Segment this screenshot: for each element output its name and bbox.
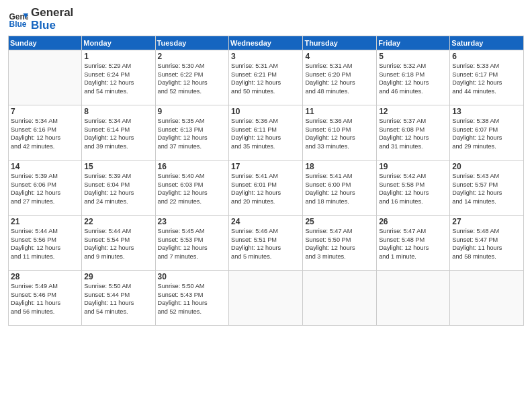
day-number: 17 — [231, 162, 300, 171]
weekday-monday: Monday — [82, 36, 155, 50]
day-number: 25 — [305, 217, 374, 226]
week-row-2: 7Sunrise: 5:34 AM Sunset: 6:16 PM Daylig… — [9, 105, 524, 161]
header: General Blue General Blue — [8, 7, 524, 32]
calendar-cell: 29Sunrise: 5:50 AM Sunset: 5:44 PM Dayli… — [82, 271, 155, 326]
day-number: 28 — [11, 272, 79, 281]
calendar-cell: 19Sunrise: 5:42 AM Sunset: 5:58 PM Dayli… — [377, 161, 450, 216]
day-number: 16 — [158, 162, 226, 171]
day-number: 4 — [305, 52, 374, 61]
calendar-cell: 16Sunrise: 5:40 AM Sunset: 6:03 PM Dayli… — [155, 161, 228, 216]
calendar-cell: 8Sunrise: 5:34 AM Sunset: 6:14 PM Daylig… — [82, 105, 155, 161]
calendar-table: SundayMondayTuesdayWednesdayThursdayFrid… — [8, 36, 524, 326]
day-number: 13 — [452, 107, 521, 116]
day-info: Sunrise: 5:47 AM Sunset: 5:48 PM Dayligh… — [379, 227, 447, 261]
calendar-cell: 17Sunrise: 5:41 AM Sunset: 6:01 PM Dayli… — [229, 161, 303, 216]
logo: General Blue General Blue — [8, 7, 73, 32]
day-info: Sunrise: 5:31 AM Sunset: 6:20 PM Dayligh… — [305, 62, 374, 95]
weekday-thursday: Thursday — [303, 36, 377, 50]
day-info: Sunrise: 5:34 AM Sunset: 6:14 PM Dayligh… — [84, 117, 152, 150]
calendar-cell: 21Sunrise: 5:44 AM Sunset: 5:56 PM Dayli… — [9, 216, 82, 271]
day-number: 9 — [158, 107, 226, 116]
day-info: Sunrise: 5:38 AM Sunset: 6:07 PM Dayligh… — [452, 117, 521, 150]
calendar-cell — [377, 271, 450, 326]
day-info: Sunrise: 5:50 AM Sunset: 5:43 PM Dayligh… — [158, 282, 226, 316]
day-info: Sunrise: 5:36 AM Sunset: 6:10 PM Dayligh… — [305, 117, 374, 150]
calendar-cell: 4Sunrise: 5:31 AM Sunset: 6:20 PM Daylig… — [303, 50, 377, 105]
calendar-cell: 26Sunrise: 5:47 AM Sunset: 5:48 PM Dayli… — [377, 216, 450, 271]
calendar-cell: 5Sunrise: 5:32 AM Sunset: 6:18 PM Daylig… — [377, 50, 450, 105]
calendar-cell: 6Sunrise: 5:33 AM Sunset: 6:17 PM Daylig… — [450, 50, 524, 105]
calendar-cell: 30Sunrise: 5:50 AM Sunset: 5:43 PM Dayli… — [155, 271, 228, 326]
calendar-cell: 27Sunrise: 5:48 AM Sunset: 5:47 PM Dayli… — [450, 216, 524, 271]
weekday-saturday: Saturday — [450, 36, 524, 50]
day-info: Sunrise: 5:34 AM Sunset: 6:16 PM Dayligh… — [11, 117, 79, 150]
day-number: 26 — [379, 217, 447, 226]
day-number: 19 — [379, 162, 447, 171]
day-info: Sunrise: 5:48 AM Sunset: 5:47 PM Dayligh… — [452, 227, 521, 261]
day-info: Sunrise: 5:44 AM Sunset: 5:56 PM Dayligh… — [11, 227, 79, 261]
day-info: Sunrise: 5:29 AM Sunset: 6:24 PM Dayligh… — [84, 62, 152, 95]
calendar-cell: 2Sunrise: 5:30 AM Sunset: 6:22 PM Daylig… — [155, 50, 228, 105]
day-number: 3 — [231, 52, 300, 61]
calendar-cell: 12Sunrise: 5:37 AM Sunset: 6:08 PM Dayli… — [377, 105, 450, 161]
day-info: Sunrise: 5:39 AM Sunset: 6:04 PM Dayligh… — [84, 172, 152, 205]
day-number: 22 — [84, 217, 152, 226]
logo-icon: General Blue — [8, 9, 28, 30]
calendar-cell: 18Sunrise: 5:41 AM Sunset: 6:00 PM Dayli… — [303, 161, 377, 216]
week-row-1: 1Sunrise: 5:29 AM Sunset: 6:24 PM Daylig… — [9, 50, 524, 105]
day-number: 11 — [305, 107, 374, 116]
weekday-tuesday: Tuesday — [155, 36, 228, 50]
day-info: Sunrise: 5:44 AM Sunset: 5:54 PM Dayligh… — [84, 227, 152, 261]
weekday-sunday: Sunday — [9, 36, 82, 50]
calendar-cell — [229, 271, 303, 326]
weekday-header-row: SundayMondayTuesdayWednesdayThursdayFrid… — [9, 36, 524, 50]
day-number: 2 — [158, 52, 226, 61]
day-info: Sunrise: 5:43 AM Sunset: 5:57 PM Dayligh… — [452, 172, 521, 205]
day-number: 18 — [305, 162, 374, 171]
day-number: 20 — [452, 162, 521, 171]
day-number: 14 — [11, 162, 79, 171]
day-info: Sunrise: 5:50 AM Sunset: 5:44 PM Dayligh… — [84, 282, 152, 316]
calendar-cell: 15Sunrise: 5:39 AM Sunset: 6:04 PM Dayli… — [82, 161, 155, 216]
calendar-page: General Blue General Blue SundayMondayTu… — [0, 0, 532, 411]
day-info: Sunrise: 5:32 AM Sunset: 6:18 PM Dayligh… — [379, 62, 447, 95]
calendar-cell: 14Sunrise: 5:39 AM Sunset: 6:06 PM Dayli… — [9, 161, 82, 216]
day-number: 15 — [84, 162, 152, 171]
calendar-cell: 28Sunrise: 5:49 AM Sunset: 5:46 PM Dayli… — [9, 271, 82, 326]
calendar-cell — [9, 50, 82, 105]
day-info: Sunrise: 5:39 AM Sunset: 6:06 PM Dayligh… — [11, 172, 79, 205]
calendar-cell: 23Sunrise: 5:45 AM Sunset: 5:53 PM Dayli… — [155, 216, 228, 271]
calendar-cell: 24Sunrise: 5:46 AM Sunset: 5:51 PM Dayli… — [229, 216, 303, 271]
day-info: Sunrise: 5:31 AM Sunset: 6:21 PM Dayligh… — [231, 62, 300, 95]
svg-text:Blue: Blue — [9, 19, 27, 29]
day-info: Sunrise: 5:40 AM Sunset: 6:03 PM Dayligh… — [158, 172, 226, 205]
day-number: 30 — [158, 272, 226, 281]
day-info: Sunrise: 5:41 AM Sunset: 6:00 PM Dayligh… — [305, 172, 374, 205]
day-info: Sunrise: 5:49 AM Sunset: 5:46 PM Dayligh… — [11, 282, 79, 316]
day-number: 21 — [11, 217, 79, 226]
calendar-cell: 9Sunrise: 5:35 AM Sunset: 6:13 PM Daylig… — [155, 105, 228, 161]
day-number: 6 — [452, 52, 521, 61]
day-number: 8 — [84, 107, 152, 116]
day-number: 24 — [231, 217, 300, 226]
calendar-cell: 10Sunrise: 5:36 AM Sunset: 6:11 PM Dayli… — [229, 105, 303, 161]
weekday-wednesday: Wednesday — [229, 36, 303, 50]
weekday-friday: Friday — [377, 36, 450, 50]
day-info: Sunrise: 5:36 AM Sunset: 6:11 PM Dayligh… — [231, 117, 300, 150]
calendar-cell: 1Sunrise: 5:29 AM Sunset: 6:24 PM Daylig… — [82, 50, 155, 105]
day-info: Sunrise: 5:33 AM Sunset: 6:17 PM Dayligh… — [452, 62, 521, 95]
day-info: Sunrise: 5:47 AM Sunset: 5:50 PM Dayligh… — [305, 227, 374, 261]
calendar-cell: 25Sunrise: 5:47 AM Sunset: 5:50 PM Dayli… — [303, 216, 377, 271]
calendar-cell — [450, 271, 524, 326]
calendar-cell: 3Sunrise: 5:31 AM Sunset: 6:21 PM Daylig… — [229, 50, 303, 105]
calendar-cell: 20Sunrise: 5:43 AM Sunset: 5:57 PM Dayli… — [450, 161, 524, 216]
day-number: 1 — [84, 52, 152, 61]
calendar-cell — [303, 271, 377, 326]
logo-wordmark: General Blue — [31, 7, 73, 32]
day-number: 29 — [84, 272, 152, 281]
day-info: Sunrise: 5:37 AM Sunset: 6:08 PM Dayligh… — [379, 117, 447, 150]
day-info: Sunrise: 5:41 AM Sunset: 6:01 PM Dayligh… — [231, 172, 300, 205]
day-number: 10 — [231, 107, 300, 116]
day-number: 12 — [379, 107, 447, 116]
week-row-3: 14Sunrise: 5:39 AM Sunset: 6:06 PM Dayli… — [9, 161, 524, 216]
